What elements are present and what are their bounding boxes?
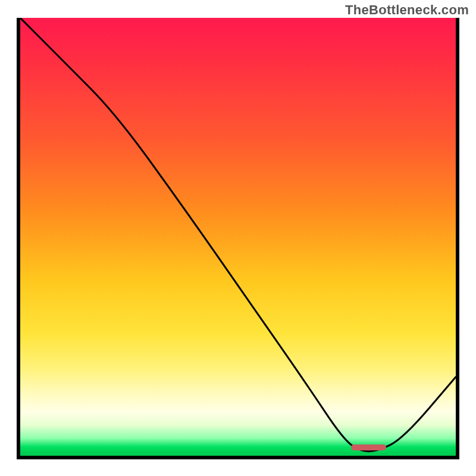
watermark-text: TheBottleneck.com [345, 2, 469, 18]
optimal-range-marker [351, 444, 386, 450]
plot-frame [17, 18, 459, 459]
bottleneck-curve [20, 18, 456, 456]
chart-container: TheBottleneck.com [0, 0, 476, 476]
